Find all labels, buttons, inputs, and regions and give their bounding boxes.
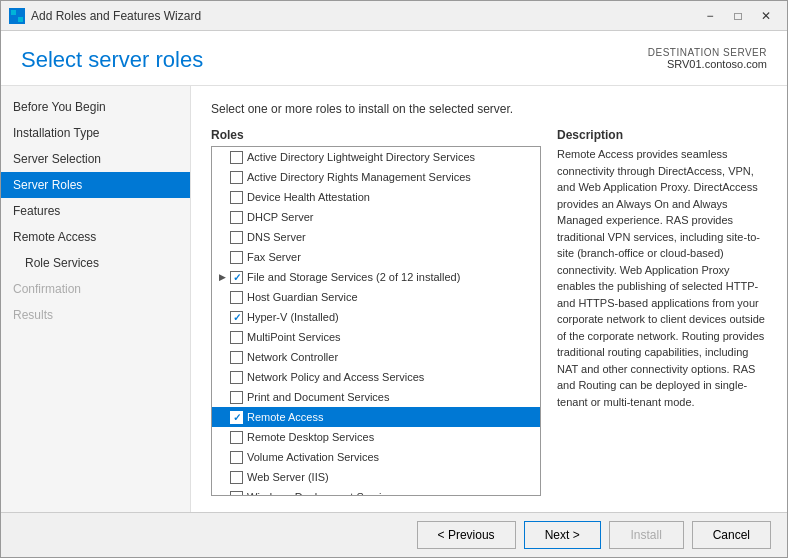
role-label: MultiPoint Services [247, 331, 341, 343]
previous-button[interactable]: < Previous [417, 521, 516, 549]
page-title: Select server roles [21, 47, 203, 73]
instruction-text: Select one or more roles to install on t… [211, 102, 767, 116]
page-header: Select server roles DESTINATION SERVER S… [1, 31, 787, 86]
destination-server: DESTINATION SERVER SRV01.contoso.com [648, 47, 767, 70]
role-label: Windows Deployment Services [247, 491, 399, 496]
role-checkbox[interactable] [230, 191, 243, 204]
role-item[interactable]: Fax Server [212, 247, 540, 267]
role-checkbox[interactable] [230, 171, 243, 184]
role-item[interactable]: DHCP Server [212, 207, 540, 227]
maximize-button[interactable]: □ [725, 6, 751, 26]
description-label: Description [557, 128, 767, 142]
role-item[interactable]: DNS Server [212, 227, 540, 247]
role-checkbox[interactable] [230, 151, 243, 164]
role-item[interactable]: Windows Deployment Services [212, 487, 540, 496]
role-item[interactable]: Network Controller [212, 347, 540, 367]
role-item[interactable]: Remote Desktop Services [212, 427, 540, 447]
role-label: DHCP Server [247, 211, 313, 223]
role-checkbox[interactable] [230, 391, 243, 404]
role-item[interactable]: Web Server (IIS) [212, 467, 540, 487]
minimize-button[interactable]: − [697, 6, 723, 26]
content-area: Select server roles DESTINATION SERVER S… [1, 31, 787, 557]
sidebar-item-results: Results [1, 302, 190, 328]
description-column: Description Remote Access provides seaml… [557, 128, 767, 496]
role-label: DNS Server [247, 231, 306, 243]
role-checkbox[interactable] [230, 251, 243, 264]
role-item[interactable]: Active Directory Lightweight Directory S… [212, 147, 540, 167]
sidebar-item-server-selection[interactable]: Server Selection [1, 146, 190, 172]
main-panel: Select one or more roles to install on t… [191, 86, 787, 512]
role-item[interactable]: Host Guardian Service [212, 287, 540, 307]
roles-label: Roles [211, 128, 541, 142]
sidebar-item-installation-type[interactable]: Installation Type [1, 120, 190, 146]
role-label: Device Health Attestation [247, 191, 370, 203]
cancel-button[interactable]: Cancel [692, 521, 771, 549]
sidebar-item-before-you-begin[interactable]: Before You Begin [1, 94, 190, 120]
role-label: Active Directory Rights Management Servi… [247, 171, 471, 183]
sidebar-item-remote-access[interactable]: Remote Access [1, 224, 190, 250]
role-item[interactable]: MultiPoint Services [212, 327, 540, 347]
wizard-window: Add Roles and Features Wizard − □ ✕ Sele… [0, 0, 788, 558]
role-item[interactable]: Device Health Attestation [212, 187, 540, 207]
role-checkbox[interactable] [230, 491, 243, 497]
dest-server-label: DESTINATION SERVER [648, 47, 767, 58]
roles-column: Roles Active Directory Lightweight Direc… [211, 128, 541, 496]
role-checkbox[interactable] [230, 311, 243, 324]
role-label: File and Storage Services (2 of 12 insta… [247, 271, 460, 283]
wizard-footer: < Previous Next > Install Cancel [1, 512, 787, 557]
role-checkbox[interactable] [230, 431, 243, 444]
install-button[interactable]: Install [609, 521, 684, 549]
role-label: Fax Server [247, 251, 301, 263]
role-label: Hyper-V (Installed) [247, 311, 339, 323]
title-bar: Add Roles and Features Wizard − □ ✕ [1, 1, 787, 31]
dest-server-name: SRV01.contoso.com [648, 58, 767, 70]
role-checkbox[interactable] [230, 271, 243, 284]
role-item[interactable]: Network Policy and Access Services [212, 367, 540, 387]
role-label: Print and Document Services [247, 391, 389, 403]
window-title: Add Roles and Features Wizard [31, 9, 697, 23]
next-button[interactable]: Next > [524, 521, 601, 549]
role-label: Active Directory Lightweight Directory S… [247, 151, 475, 163]
role-label: Network Policy and Access Services [247, 371, 424, 383]
role-label: Host Guardian Service [247, 291, 358, 303]
role-item[interactable]: Active Directory Rights Management Servi… [212, 167, 540, 187]
role-checkbox[interactable] [230, 371, 243, 384]
role-label: Network Controller [247, 351, 338, 363]
role-label: Remote Desktop Services [247, 431, 374, 443]
role-checkbox[interactable] [230, 231, 243, 244]
role-item[interactable]: Hyper-V (Installed) [212, 307, 540, 327]
role-checkbox[interactable] [230, 411, 243, 424]
svg-rect-0 [11, 10, 16, 15]
sidebar: Before You Begin Installation Type Serve… [1, 86, 191, 512]
close-button[interactable]: ✕ [753, 6, 779, 26]
role-item[interactable]: ▶File and Storage Services (2 of 12 inst… [212, 267, 540, 287]
main-area: Before You Begin Installation Type Serve… [1, 86, 787, 512]
svg-rect-2 [11, 17, 16, 22]
role-checkbox[interactable] [230, 451, 243, 464]
sidebar-item-role-services[interactable]: Role Services [1, 250, 190, 276]
description-text: Remote Access provides seamless connecti… [557, 146, 767, 410]
sidebar-item-server-roles[interactable]: Server Roles [1, 172, 190, 198]
svg-rect-3 [18, 17, 23, 22]
role-label: Remote Access [247, 411, 323, 423]
window-controls: − □ ✕ [697, 6, 779, 26]
role-item[interactable]: Remote Access [212, 407, 540, 427]
expand-arrow-icon[interactable]: ▶ [216, 271, 228, 283]
role-checkbox[interactable] [230, 291, 243, 304]
role-checkbox[interactable] [230, 211, 243, 224]
role-checkbox[interactable] [230, 331, 243, 344]
role-label: Web Server (IIS) [247, 471, 329, 483]
role-checkbox[interactable] [230, 471, 243, 484]
roles-area: Roles Active Directory Lightweight Direc… [211, 128, 767, 496]
roles-list[interactable]: Active Directory Lightweight Directory S… [211, 146, 541, 496]
svg-rect-1 [18, 10, 23, 15]
role-label: Volume Activation Services [247, 451, 379, 463]
role-item[interactable]: Volume Activation Services [212, 447, 540, 467]
role-checkbox[interactable] [230, 351, 243, 364]
app-icon [9, 8, 25, 24]
sidebar-item-features[interactable]: Features [1, 198, 190, 224]
sidebar-item-confirmation: Confirmation [1, 276, 190, 302]
role-item[interactable]: Print and Document Services [212, 387, 540, 407]
